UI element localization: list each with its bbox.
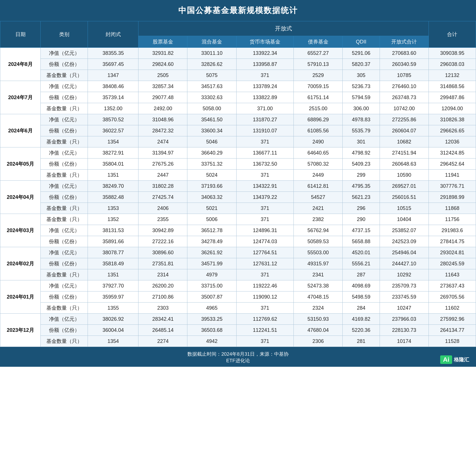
footer: 数据截止时间：2024年8月31日，来源：中基协 ETF进化论 Ai 格隆汇 bbox=[0, 347, 476, 367]
open-total-value: 272255.86 bbox=[380, 114, 429, 125]
date-cell: 2024年8月 bbox=[0, 48, 41, 81]
stock-value: 27425.74 bbox=[138, 192, 187, 203]
category-label: 净值（亿元） bbox=[41, 81, 88, 92]
closed-value: 35891.66 bbox=[88, 236, 138, 247]
stock-value: 2447 bbox=[138, 170, 187, 181]
closed-value: 1347 bbox=[88, 70, 138, 81]
bond-value: 50589.53 bbox=[294, 236, 343, 247]
qdii-value: 5794.59 bbox=[343, 92, 380, 103]
table-body: 2024年8月净值（亿元）38355.3532931.8233011.10133… bbox=[0, 48, 476, 347]
money-market-value: 134322.91 bbox=[236, 181, 294, 192]
closed-value: 36022.57 bbox=[88, 125, 138, 136]
total-value: 11941 bbox=[429, 170, 476, 181]
stock-value: 27222.16 bbox=[138, 236, 187, 247]
stock-value: 30896.60 bbox=[138, 247, 187, 258]
qdii-value: 4795.35 bbox=[343, 181, 380, 192]
bond-value: 61412.81 bbox=[294, 181, 343, 192]
category-label: 基金数量（只） bbox=[41, 214, 88, 225]
col-open-total: 开放式合计 bbox=[380, 36, 429, 48]
stock-value: 26485.14 bbox=[138, 325, 187, 336]
table-row: 2024年6月净值（亿元）38570.5231048.9635461.50131… bbox=[0, 114, 476, 125]
stock-value: 27100.86 bbox=[138, 291, 187, 303]
closed-value: 38026.92 bbox=[88, 314, 138, 325]
category-label: 份额（亿份） bbox=[41, 291, 88, 303]
mixed-value: 4942 bbox=[187, 336, 236, 347]
total-value: 309038.95 bbox=[429, 48, 476, 59]
stock-value: 29824.60 bbox=[138, 59, 187, 70]
mixed-value: 33302.63 bbox=[187, 92, 236, 103]
total-value: 314868.56 bbox=[429, 81, 476, 92]
mixed-value: 37193.66 bbox=[187, 181, 236, 192]
total-value: 264134.77 bbox=[429, 325, 476, 336]
bond-value: 64640.65 bbox=[294, 147, 343, 159]
table-row: 2024年05月净值（亿元）38272.9131394.9736640.2913… bbox=[0, 147, 476, 159]
qdii-value: 4520.01 bbox=[343, 247, 380, 258]
table-row: 份额（亿份）35818.4927351.8134571.99127631.124… bbox=[0, 258, 476, 269]
money-market-value: 371 bbox=[236, 203, 294, 214]
total-value: 12132 bbox=[429, 70, 476, 81]
col-category: 类别 bbox=[41, 21, 88, 48]
mixed-value: 36640.29 bbox=[187, 147, 236, 159]
mixed-value: 34571.99 bbox=[187, 258, 236, 269]
stock-value: 32931.82 bbox=[138, 48, 187, 59]
bond-value: 65527.27 bbox=[294, 48, 343, 59]
table-title: 中国公募基金最新规模数据统计 bbox=[0, 0, 476, 21]
money-market-value: 133789.24 bbox=[236, 81, 294, 92]
category-label: 份额（亿份） bbox=[41, 92, 88, 103]
bond-value: 2529 bbox=[294, 70, 343, 81]
total-value: 11602 bbox=[429, 303, 476, 314]
qdii-value: 5236.73 bbox=[343, 81, 380, 92]
qdii-value: 5291.06 bbox=[343, 48, 380, 59]
closed-value: 38272.91 bbox=[88, 147, 138, 159]
money-market-value: 131910.07 bbox=[236, 125, 294, 136]
stock-value: 2474 bbox=[138, 136, 187, 147]
table-row: 2024年02月净值（亿元）38078.7730896.6036261.9212… bbox=[0, 247, 476, 258]
open-total-value: 260648.63 bbox=[380, 159, 429, 170]
col-open-group: 开放式 bbox=[138, 21, 429, 36]
stock-value: 27675.26 bbox=[138, 159, 187, 170]
category-label: 基金数量（只） bbox=[41, 303, 88, 314]
open-total-value: 10590 bbox=[380, 170, 429, 181]
closed-value: 1352.00 bbox=[88, 103, 138, 114]
mixed-value: 34063.32 bbox=[187, 192, 236, 203]
bond-value: 61085.56 bbox=[294, 125, 343, 136]
money-market-value: 119090.12 bbox=[236, 291, 294, 303]
table-row: 份额（亿份）35891.6627222.1634278.49124774.035… bbox=[0, 236, 476, 247]
qdii-value: 5820.37 bbox=[343, 59, 380, 70]
table-row: 2024年8月净值（亿元）38355.3532931.8233011.10133… bbox=[0, 48, 476, 59]
open-total-value: 10682 bbox=[380, 136, 429, 147]
closed-value: 35882.48 bbox=[88, 192, 138, 203]
total-value: 296626.65 bbox=[429, 125, 476, 136]
total-value: 310826.38 bbox=[429, 114, 476, 125]
bond-value: 2515.00 bbox=[294, 103, 343, 114]
main-table: 日期 类别 封闭式 开放式 合计 股票基金 混合基金 货币市场基金 债券基金 Q… bbox=[0, 21, 476, 347]
category-label: 份额（亿份） bbox=[41, 125, 88, 136]
open-total-value: 10742.00 bbox=[380, 103, 429, 114]
closed-value: 35804.01 bbox=[88, 159, 138, 170]
total-value: 296452.64 bbox=[429, 159, 476, 170]
mixed-value: 35461.50 bbox=[187, 114, 236, 125]
stock-value: 2492.00 bbox=[138, 103, 187, 114]
stock-value: 2505 bbox=[138, 70, 187, 81]
money-market-value: 371.00 bbox=[236, 103, 294, 114]
category-label: 净值（亿元） bbox=[41, 280, 88, 291]
money-market-value: 371 bbox=[236, 269, 294, 280]
stock-value: 32857.34 bbox=[138, 81, 187, 92]
closed-value: 37927.70 bbox=[88, 280, 138, 291]
date-cell: 2024年6月 bbox=[0, 114, 41, 147]
open-total-value: 235709.73 bbox=[380, 280, 429, 291]
bond-value: 2421 bbox=[294, 203, 343, 214]
logo-text: 格隆汇 bbox=[454, 356, 469, 363]
total-value: 299487.86 bbox=[429, 92, 476, 103]
stock-value: 2274 bbox=[138, 336, 187, 347]
open-total-value: 10292 bbox=[380, 269, 429, 280]
closed-value: 36004.04 bbox=[88, 325, 138, 336]
category-label: 份额（亿份） bbox=[41, 325, 88, 336]
closed-value: 38249.70 bbox=[88, 181, 138, 192]
qdii-value: 4737.15 bbox=[343, 225, 380, 236]
table-row: 份额（亿份）35882.4827425.7434063.32134379.225… bbox=[0, 192, 476, 203]
qdii-value: 287 bbox=[343, 269, 380, 280]
bond-value: 2382 bbox=[294, 214, 343, 225]
total-value: 11528 bbox=[429, 336, 476, 347]
qdii-value: 5621.23 bbox=[343, 192, 380, 203]
